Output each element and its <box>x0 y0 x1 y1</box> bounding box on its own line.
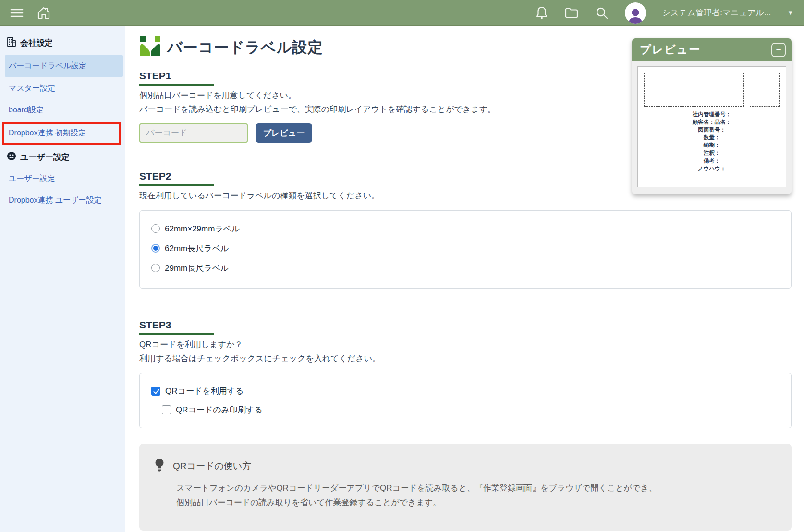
sidebar-section-label: 会社設定 <box>20 37 53 48</box>
sidebar-section-company: 会社設定 <box>0 31 125 54</box>
label-field: 数量： <box>643 133 781 141</box>
info-text-line1: スマートフォンのカメラやQRコードリーダーアプリでQRコードを読み取ると、『作業… <box>176 481 777 496</box>
bell-icon[interactable] <box>536 6 548 20</box>
preview-panel-title: プレビュー <box>640 42 701 57</box>
red-highlight-annotation: Dropbox連携 初期設定 <box>2 122 121 145</box>
sidebar-item-master-settings[interactable]: マスター設定 <box>0 78 125 99</box>
checkbox-label: QRコードを利用する <box>165 386 244 397</box>
top-bar: システム管理者:マニュアル... ▼ <box>0 0 804 26</box>
preview-panel: プレビュー − 社内管理番号： 顧客名：品名： 図面番号： 数量： 納期： 注釈… <box>632 38 792 194</box>
step3-description-line1: QRコードを利用しますか？ <box>139 338 792 351</box>
folder-icon[interactable] <box>564 7 579 19</box>
info-text-line2: 個別品目バーコードの読み取りを省いて作業登録することができます。 <box>176 496 777 510</box>
checkbox-print-qr-only[interactable]: QRコードのみ印刷する <box>162 404 780 415</box>
radio-icon[interactable] <box>151 224 160 233</box>
sidebar-section-label: ユーザー設定 <box>20 152 70 163</box>
step1-heading: STEP1 <box>139 70 214 86</box>
label-field: 注釈： <box>643 149 781 157</box>
label-fields: 社内管理番号： 顧客名：品名： 図面番号： 数量： 納期： 注釈： 備考： ノウ… <box>643 110 781 172</box>
label-field: 納期： <box>643 141 781 149</box>
label-preview: 社内管理番号： 顧客名：品名： 図面番号： 数量： 納期： 注釈： 備考： ノウ… <box>637 66 786 187</box>
barcode-placeholder <box>644 73 744 107</box>
radio-option-2[interactable]: 29mm長尺ラベル <box>151 263 780 274</box>
home-icon[interactable] <box>37 6 51 20</box>
caret-down-icon[interactable]: ▼ <box>787 9 793 16</box>
label-field: ノウハウ： <box>643 165 781 172</box>
qr-placeholder <box>750 73 780 107</box>
radio-label: 29mm長尺ラベル <box>165 263 229 274</box>
radio-icon[interactable] <box>151 264 160 272</box>
preview-panel-header: プレビュー − <box>632 38 792 61</box>
app-logo <box>139 36 161 59</box>
label-field: 社内管理番号： <box>643 110 781 118</box>
preview-button[interactable]: プレビュー <box>256 123 312 143</box>
radio-icon[interactable] <box>151 244 160 253</box>
sidebar-item-barcode-label-settings[interactable]: バーコードラベル設定 <box>5 55 123 77</box>
menu-icon[interactable] <box>10 7 24 19</box>
label-field: 図面番号： <box>643 126 781 133</box>
sidebar-item-user-settings[interactable]: ユーザー設定 <box>0 168 125 190</box>
page-title: バーコードラベル設定 <box>167 37 323 58</box>
search-icon[interactable] <box>595 6 609 20</box>
sidebar: 会社設定 バーコードラベル設定 マスター設定 board設定 Dropbox連携… <box>0 26 125 532</box>
qr-option-box: QRコードを利用する QRコードのみ印刷する <box>139 373 792 428</box>
step3-description-line2: 利用する場合はチェックボックスにチェックを入れてください。 <box>139 352 792 365</box>
building-icon <box>7 36 16 49</box>
radio-option-0[interactable]: 62mm×29mmラベル <box>151 223 780 234</box>
sidebar-section-user: ユーザー設定 <box>0 145 125 168</box>
radio-label: 62mm×29mmラベル <box>165 223 240 234</box>
smiley-icon <box>7 151 16 163</box>
checkbox-icon[interactable] <box>151 387 160 396</box>
checkbox-label: QRコードのみ印刷する <box>176 404 263 415</box>
preview-panel-body: 社内管理番号： 顧客名：品名： 図面番号： 数量： 納期： 注釈： 備考： ノウ… <box>632 61 792 194</box>
step3-heading: STEP3 <box>139 319 214 335</box>
barcode-input[interactable] <box>139 123 248 143</box>
qr-usage-info-box: QRコードの使い方 スマートフォンのカメラやQRコードリーダーアプリでQRコード… <box>139 444 792 531</box>
info-title: QRコードの使い方 <box>173 460 251 472</box>
sidebar-item-board-settings[interactable]: board設定 <box>0 99 125 121</box>
user-label[interactable]: システム管理者:マニュアル... <box>662 7 771 18</box>
sidebar-item-dropbox-initial-settings[interactable]: Dropbox連携 初期設定 <box>4 124 119 143</box>
checkbox-icon[interactable] <box>162 405 171 414</box>
radio-label: 62mm長尺ラベル <box>165 243 229 254</box>
radio-option-1[interactable]: 62mm長尺ラベル <box>151 243 780 254</box>
step2-heading: STEP2 <box>139 170 214 186</box>
sidebar-item-dropbox-user-settings[interactable]: Dropbox連携 ユーザー設定 <box>0 190 125 211</box>
avatar[interactable] <box>625 2 646 24</box>
label-type-box: 62mm×29mmラベル 62mm長尺ラベル 29mm長尺ラベル <box>139 210 792 289</box>
label-field: 備考： <box>643 157 781 165</box>
lightbulb-icon <box>154 458 165 474</box>
checkbox-use-qr[interactable]: QRコードを利用する <box>151 386 780 397</box>
label-field: 顧客名：品名： <box>643 118 781 126</box>
minimize-button[interactable]: − <box>771 43 786 57</box>
